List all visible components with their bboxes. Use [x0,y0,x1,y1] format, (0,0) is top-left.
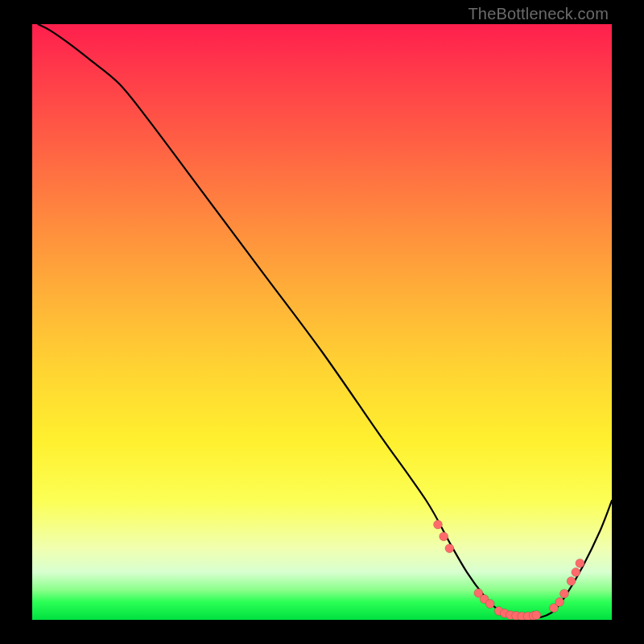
marker-dot [559,589,568,598]
chart-frame: TheBottleneck.com [0,0,644,644]
marker-dot [555,597,564,606]
marker-dot [532,611,541,620]
marker-dot [434,520,443,529]
bottleneck-curve [38,24,612,618]
marker-dot [572,568,580,576]
marker-dot [567,576,576,585]
marker-dot [576,559,584,568]
marker-dot [485,600,494,609]
plot-area [32,24,612,620]
highlight-markers [434,520,584,620]
curve-svg [32,24,612,620]
watermark-text: TheBottleneck.com [468,5,609,23]
marker-dot [445,544,454,553]
marker-dot [440,532,448,541]
